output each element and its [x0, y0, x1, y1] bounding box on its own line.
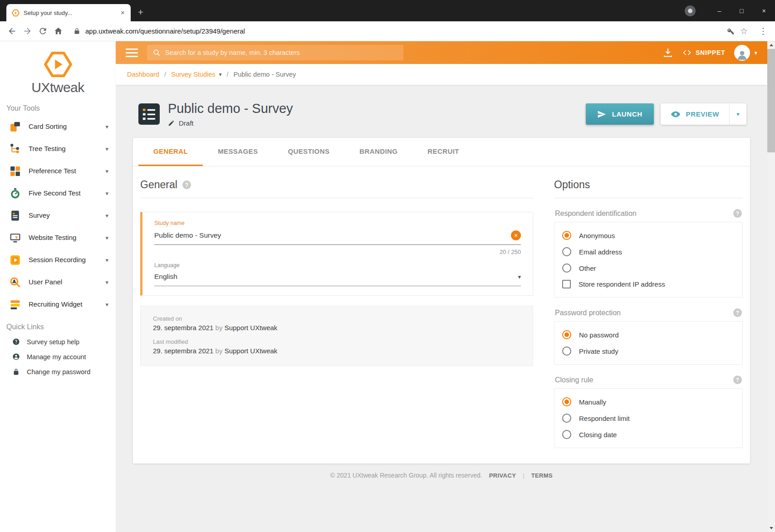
radio-icon[interactable]	[562, 347, 571, 356]
lock-icon[interactable]	[74, 28, 80, 34]
sidebar-item-user-panel[interactable]: User Panel ▾	[0, 271, 116, 293]
study-status[interactable]: Draft	[168, 119, 293, 127]
by-word: by	[216, 347, 223, 355]
scrollbar-track[interactable]	[767, 152, 775, 524]
tab-messages[interactable]: MESSAGES	[203, 138, 273, 166]
sidebar-item-five-second-test[interactable]: Five Second Test ▾	[0, 182, 116, 205]
chevron-down-icon[interactable]: ▾	[105, 190, 108, 197]
radio-icon[interactable]	[562, 430, 571, 439]
breadcrumb-dropdown-icon[interactable]: ▾	[219, 71, 222, 78]
chevron-down-icon[interactable]: ▾	[105, 168, 108, 175]
sidebar-item-website-testing[interactable]: Website Testing ▾	[0, 227, 116, 249]
scrollbar-up-arrow[interactable]	[767, 41, 775, 49]
radio-option-closing-date[interactable]: Closing date	[562, 426, 735, 443]
tab-general[interactable]: GENERAL	[138, 138, 203, 166]
sidebar-item-survey[interactable]: Survey ▾	[0, 205, 116, 227]
snippet-button[interactable]: SNIPPET	[682, 48, 726, 57]
chevron-down-icon[interactable]: ▾	[105, 234, 108, 241]
radio-icon[interactable]	[562, 397, 571, 406]
breadcrumb-dashboard[interactable]: Dashboard	[127, 71, 159, 78]
password-key-icon[interactable]	[726, 27, 735, 35]
quick-link-change-password[interactable]: Change my password	[0, 364, 116, 379]
radio-option-no-password[interactable]: No password	[562, 327, 735, 343]
quick-link-survey-setup-help[interactable]: Survey setup help	[0, 334, 116, 349]
chevron-down-icon[interactable]: ▾	[518, 273, 521, 280]
launch-button[interactable]: LAUNCH	[586, 103, 654, 125]
radio-icon[interactable]	[562, 231, 571, 240]
tab-branding[interactable]: BRANDING	[344, 138, 412, 166]
setup-tabs: GENERAL MESSAGES QUESTIONS BRANDING RECR…	[133, 138, 750, 166]
setup-card-body: General ? Study name × 20 / 250 L	[133, 166, 750, 464]
radio-option-email-address[interactable]: Email address	[562, 244, 735, 260]
radio-option-respondent-limit[interactable]: Respondent limit	[562, 410, 735, 426]
home-icon[interactable]	[52, 25, 64, 38]
chevron-down-icon[interactable]: ▾	[105, 279, 108, 286]
language-select[interactable]: English ▾	[154, 273, 521, 286]
radio-option-manually[interactable]: Manually	[562, 394, 735, 410]
radio-icon[interactable]	[562, 414, 571, 423]
preview-dropdown-button[interactable]: ▾	[729, 103, 746, 125]
download-icon[interactable]	[662, 47, 673, 58]
help-icon[interactable]: ?	[733, 376, 742, 384]
sidebar-item-recruiting-widget[interactable]: Recruiting Widget ▾	[0, 293, 116, 316]
sidebar-item-tree-testing[interactable]: Tree Testing ▾	[0, 138, 116, 160]
chevron-down-icon[interactable]: ▾	[105, 257, 108, 264]
radio-option-anonymous[interactable]: Anonymous	[562, 227, 735, 244]
hamburger-menu-icon[interactable]	[126, 49, 138, 57]
avatar[interactable]	[734, 45, 750, 61]
chevron-down-icon[interactable]: ▾	[105, 212, 108, 219]
chevron-down-icon[interactable]: ▾	[105, 123, 108, 130]
help-icon[interactable]: ?	[182, 181, 191, 189]
help-icon[interactable]: ?	[733, 209, 742, 218]
account-menu[interactable]: ▾	[734, 45, 757, 61]
chevron-down-icon[interactable]: ▾	[754, 49, 757, 56]
radio-option-private-study[interactable]: Private study	[562, 343, 735, 359]
quick-link-manage-account[interactable]: Manage my account	[0, 349, 116, 364]
browser-tab[interactable]: Setup your study... ×	[6, 4, 131, 21]
tab-recruit[interactable]: RECRUIT	[412, 138, 474, 166]
radio-icon[interactable]	[562, 330, 571, 339]
clear-input-icon[interactable]: ×	[511, 230, 521, 240]
radio-icon[interactable]	[562, 247, 571, 256]
chevron-down-icon[interactable]: ▾	[105, 301, 108, 308]
privacy-link[interactable]: PRIVACY	[489, 472, 516, 479]
uxtweak-logo[interactable]: UXtweak	[0, 41, 116, 97]
footer-divider: |	[523, 472, 524, 479]
preview-button[interactable]: PREVIEW	[661, 103, 729, 125]
window-close-button[interactable]: ×	[753, 0, 775, 21]
radio-icon[interactable]	[562, 264, 571, 273]
minimize-button[interactable]: –	[708, 0, 731, 21]
radio-option-other[interactable]: Other	[562, 260, 735, 276]
app-frame: UXtweak Your Tools Card Sorting ▾ Tree T…	[0, 41, 775, 532]
refresh-icon[interactable]	[36, 25, 49, 38]
bookmark-star-icon[interactable]: ☆	[740, 26, 748, 36]
new-tab-button[interactable]: +	[134, 6, 147, 20]
scrollbar-down-arrow[interactable]	[767, 524, 775, 532]
sidebar-item-card-sorting[interactable]: Card Sorting ▾	[0, 116, 116, 138]
chevron-down-icon[interactable]: ▾	[105, 146, 108, 152]
tab-close-icon[interactable]: ×	[118, 9, 127, 17]
study-name-label: Study name	[154, 220, 521, 226]
study-name-input[interactable]	[154, 231, 506, 239]
group-heading-row: Respondent identification ?	[554, 209, 743, 222]
page-title: Public demo - Survey	[168, 101, 293, 116]
help-icon[interactable]: ?	[733, 308, 742, 317]
sidebar-item-label: Website Testing	[29, 234, 98, 242]
url-field[interactable]: app.uxtweak.com/questionnaire/setup/2394…	[67, 24, 754, 39]
checkbox-icon[interactable]	[562, 280, 571, 288]
forward-icon[interactable]	[21, 25, 34, 38]
sidebar-item-session-recording[interactable]: Session Recording ▾	[0, 249, 116, 271]
maximize-button[interactable]: □	[731, 0, 753, 21]
browser-menu-icon[interactable]: ⋮	[757, 26, 770, 36]
tab-questions[interactable]: QUESTIONS	[273, 138, 344, 166]
breadcrumb-survey-studies[interactable]: Survey Studies	[171, 71, 216, 78]
back-icon[interactable]	[5, 25, 18, 38]
browser-update-icon[interactable]	[685, 5, 696, 16]
sidebar-item-preference-test[interactable]: Preference Test ▾	[0, 160, 116, 182]
terms-link[interactable]: TERMS	[531, 472, 553, 479]
option-label: Store respondent IP address	[579, 280, 665, 288]
scrollbar-thumb[interactable]	[767, 49, 775, 152]
group-heading-row: Password protection ?	[554, 308, 743, 321]
checkbox-option-store-ip[interactable]: Store respondent IP address	[562, 276, 735, 292]
search-input[interactable]	[165, 49, 398, 56]
